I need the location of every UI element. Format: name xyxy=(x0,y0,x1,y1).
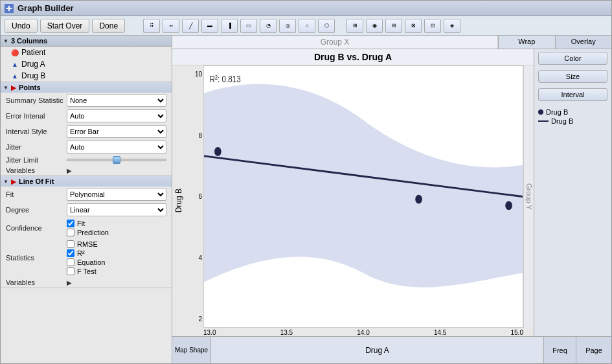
start-over-button[interactable]: Start Over xyxy=(40,19,90,33)
right-panel: Color Size Interval Drug B Drug B xyxy=(534,49,611,336)
degree-row: Degree LinearQuadraticCubic xyxy=(1,202,172,218)
jitter-select[interactable]: AutoNone xyxy=(67,141,166,154)
line-of-fit-section: ▼ ▶ Line Of Fit Fit PolynomialLinear Deg… xyxy=(1,176,172,288)
plot-with-y: Drug B 10 8 6 4 2 xyxy=(172,65,534,336)
drug-a-icon: ▲ xyxy=(11,60,19,68)
chart-header-row: Group X Wrap Overlay xyxy=(172,36,611,49)
chart-type-bubble[interactable]: ⠶ xyxy=(163,19,179,33)
legend-item-dot: Drug B xyxy=(538,108,607,117)
x-axis-bottom: Drug A xyxy=(211,337,543,363)
points-red-triangle: ▶ xyxy=(11,84,16,91)
chart-type-map[interactable]: ⌂ xyxy=(299,19,315,33)
prediction-checkbox[interactable] xyxy=(67,229,74,236)
points-header-label: Points xyxy=(19,84,41,91)
chart-type-scatter[interactable]: ⠿ xyxy=(143,19,160,33)
points-section: ▼ ▶ Points Summary Statistic NoneMeanMed… xyxy=(1,82,172,176)
chart-btn-circle[interactable]: ◉ xyxy=(366,19,383,33)
wrap-tab[interactable]: Wrap xyxy=(498,36,555,49)
chart-type-bar[interactable]: ▬ xyxy=(201,19,218,33)
ftest-checkbox-label: F Test xyxy=(77,267,96,275)
chart-btn-hmap[interactable]: ⊠ xyxy=(405,19,422,33)
wrap-overlay-tabs: Wrap Overlay xyxy=(498,36,611,49)
chart-btn-tree[interactable]: ⊟ xyxy=(385,19,402,33)
x-axis-label: Drug A xyxy=(211,346,543,355)
toolbar: Undo Start Over Done ⠿ ⠶ ╱ ▬ ▐ ▭ ◔ ◎ ⌂ ⬡… xyxy=(1,16,611,36)
y-axis-label-container: Drug B xyxy=(172,65,185,336)
fit-checkbox[interactable] xyxy=(67,220,74,227)
chart-btn-extra2[interactable]: ◈ xyxy=(444,19,460,33)
chart-type-3d[interactable]: ⬡ xyxy=(318,19,335,33)
chart-body: Drug B vs. Drug A Drug B 10 xyxy=(172,49,611,336)
interval-style-select[interactable]: Error BarLineArea xyxy=(67,125,166,138)
confidence-label: Confidence xyxy=(6,224,64,232)
bottom-bar: Map Shape Drug A Freq Page xyxy=(172,336,611,363)
freq-button[interactable]: Freq xyxy=(543,337,576,363)
columns-header[interactable]: ▼ 3 Columns xyxy=(1,36,172,47)
size-button[interactable]: Size xyxy=(538,70,607,83)
lof-variables-arrow: ▶ xyxy=(67,279,72,286)
x-tick-13: 13.0 xyxy=(203,329,216,336)
lof-variables-label: Variables xyxy=(6,279,64,286)
points-variables-row: Variables ▶ xyxy=(1,165,172,176)
x-ticks-row: 13.0 13.5 14.0 14.5 15.0 xyxy=(185,328,534,336)
page-button[interactable]: Page xyxy=(576,337,611,363)
window-title: Graph Builder xyxy=(17,3,74,13)
column-drug-b: ▲ Drug B xyxy=(1,70,172,82)
left-panel: ▼ 3 Columns 🔴 Patient ▲ Drug A ▲ Drug B xyxy=(1,36,172,363)
lof-header[interactable]: ▼ ▶ Line Of Fit xyxy=(1,176,172,187)
degree-select[interactable]: LinearQuadraticCubic xyxy=(67,203,166,216)
statistics-row: Statistics RMSE R² Equation xyxy=(1,238,172,277)
x-tick-14: 14.0 xyxy=(357,329,369,336)
column-drug-b-label: Drug B xyxy=(21,71,45,80)
ftest-checkbox[interactable] xyxy=(67,267,74,275)
jitter-limit-label: Jitter Limit xyxy=(6,156,64,164)
legend-line-icon xyxy=(538,120,549,122)
done-button[interactable]: Done xyxy=(92,19,125,33)
rmse-checkbox[interactable] xyxy=(67,240,74,248)
jitter-label: Jitter xyxy=(6,143,64,151)
undo-button[interactable]: Undo xyxy=(5,19,38,33)
points-variables-arrow: ▶ xyxy=(67,167,72,174)
statistics-label: Statistics xyxy=(6,254,64,262)
y-tick-10: 10 xyxy=(187,71,202,78)
rmse-checkbox-row: RMSE xyxy=(67,240,166,249)
map-shape-button[interactable]: Map Shape xyxy=(172,337,211,363)
points-header[interactable]: ▼ ▶ Points xyxy=(1,82,172,93)
y-ticks: 10 8 6 4 2 xyxy=(185,65,203,328)
overlay-tab[interactable]: Overlay xyxy=(555,36,612,49)
jitter-limit-track xyxy=(67,159,166,161)
main-row: ▼ 3 Columns 🔴 Patient ▲ Drug A ▲ Drug B xyxy=(1,36,611,363)
x-tick-145: 14.5 xyxy=(434,329,446,336)
jitter-limit-thumb[interactable] xyxy=(113,156,120,164)
color-button[interactable]: Color xyxy=(538,52,607,65)
svg-plot: R²: 0.813 xyxy=(203,65,523,328)
chart-btn-table[interactable]: ⊞ xyxy=(346,19,363,33)
patient-icon: 🔴 xyxy=(11,49,19,56)
x-tick-135: 13.5 xyxy=(280,329,293,336)
r2-checkbox[interactable] xyxy=(67,249,74,257)
lof-collapse-icon: ▼ xyxy=(3,179,8,185)
interval-button[interactable]: Interval xyxy=(538,88,607,101)
drug-b-icon: ▲ xyxy=(11,72,19,80)
group-y-label: Group Y xyxy=(523,65,534,328)
equation-checkbox[interactable] xyxy=(67,258,74,266)
chart-btn-extra1[interactable]: ⊡ xyxy=(424,19,441,33)
fit-select[interactable]: PolynomialLinear xyxy=(67,188,166,201)
r2-checkbox-label: R² xyxy=(77,249,85,257)
legend-line-label: Drug B xyxy=(551,117,573,125)
chart-title: Drug B vs. Drug A xyxy=(172,49,534,65)
chart-type-line[interactable]: ╱ xyxy=(182,19,199,33)
column-patient-label: Patient xyxy=(21,48,45,57)
chart-type-histogram[interactable]: ▐ xyxy=(221,19,238,33)
summary-statistic-select[interactable]: NoneMeanMedian xyxy=(67,94,166,107)
points-collapse-icon: ▼ xyxy=(3,85,8,91)
chart-type-contour[interactable]: ◎ xyxy=(279,19,296,33)
y-tick-8: 8 xyxy=(187,132,202,139)
title-bar-icon xyxy=(5,4,14,13)
error-interval-label: Error Intenal xyxy=(6,112,64,120)
r2-checkbox-row: R² xyxy=(67,249,166,258)
summary-statistic-label: Summary Statistic xyxy=(6,97,64,104)
chart-type-box[interactable]: ▭ xyxy=(240,19,257,33)
error-interval-select[interactable]: AutoNone xyxy=(67,109,166,122)
chart-type-pie[interactable]: ◔ xyxy=(260,19,277,33)
